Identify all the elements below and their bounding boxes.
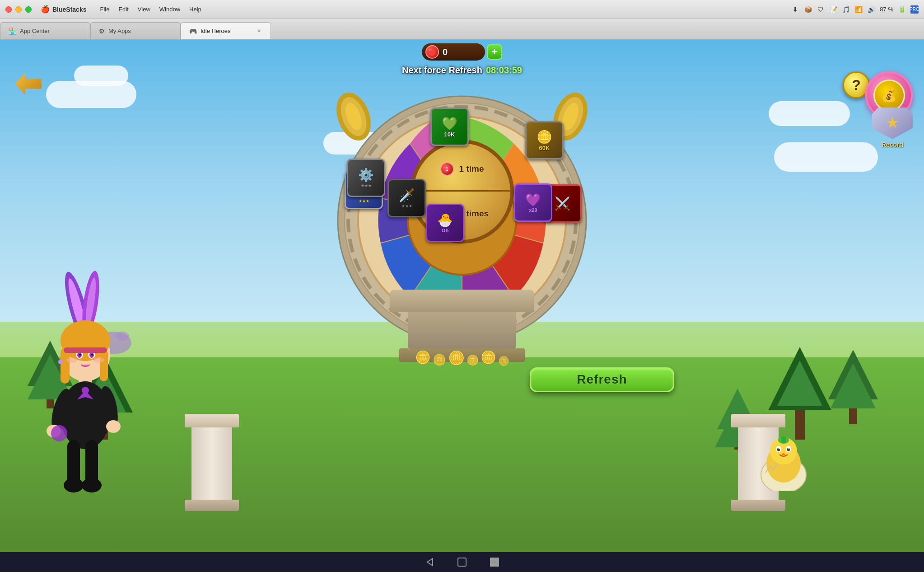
dropbox-icon: 📦 [804, 5, 812, 14]
currency-display: 🔴 0 [422, 43, 485, 61]
traffic-lights [5, 6, 32, 13]
svg-rect-68 [458, 558, 466, 566]
wheel-item-coin: 🪙 60K [525, 121, 566, 162]
spin-wheel[interactable]: 💚 10K 🪙 60K 🦸 x50 ★★★ [336, 94, 588, 290]
svg-point-27 [116, 332, 129, 341]
tab-app-center-label: App Center [20, 28, 50, 34]
item-oh-label: Oh [442, 228, 448, 233]
svg-rect-71 [490, 562, 495, 567]
tree-right-1 [828, 350, 878, 424]
battery-percent: 87 % [880, 6, 893, 13]
game-header: 🔴 0 + Next force Refresh 08:03:59 [402, 43, 522, 75]
wheel-item-hero-dark: 🗡️ ★★★ [387, 179, 428, 220]
svg-point-49 [106, 420, 121, 433]
wheel-item-green-gem: 💚 10K [430, 108, 471, 148]
svg-rect-31 [100, 350, 108, 381]
idle-heroes-icon: 🎮 [189, 28, 197, 35]
spin-1-button[interactable]: 1 1 time [414, 143, 510, 192]
wheel-pedestal: 🪙 🪙 🪙 🪙 🪙 🪙 [390, 290, 534, 362]
tab-app-center[interactable]: 🏪 App Center [0, 22, 90, 39]
svg-rect-41 [64, 347, 107, 353]
currency-value: 0 [443, 47, 448, 57]
back-button[interactable] [14, 71, 43, 98]
app-center-icon: 🏪 [9, 28, 16, 35]
android-recents-button[interactable] [487, 555, 502, 569]
coins-pile: 🪙 🪙 🪙 🪙 🪙 🪙 [415, 350, 509, 366]
svg-point-40 [58, 360, 63, 364]
coin-icon: 💰 [881, 88, 897, 103]
svg-point-36 [79, 354, 81, 356]
wheel-item-creature-purple: 🐣 Oh [426, 204, 467, 244]
svg-rect-69 [490, 558, 495, 562]
app-name: BlueStacks [52, 6, 86, 13]
menu-window[interactable]: Window [159, 6, 180, 13]
svg-rect-72 [495, 562, 499, 567]
apple-logo-icon: 🍎 [41, 5, 50, 14]
svg-point-63 [789, 448, 790, 449]
audio-icon: 🎵 [842, 5, 850, 14]
cloud-2 [74, 66, 128, 86]
android-back-button[interactable] [422, 555, 437, 569]
android-taskbar [0, 552, 924, 572]
currency-gem-icon: 🔴 [425, 45, 439, 59]
item-60k-label: 60K [539, 145, 550, 151]
spin-1-gem-icon: 1 [440, 162, 454, 176]
creature-egg [754, 432, 813, 491]
svg-rect-66 [781, 436, 786, 443]
wifi-icon: 📶 [854, 5, 863, 14]
menu-view[interactable]: View [138, 6, 150, 13]
item-x20-label: x20 [529, 207, 537, 213]
tab-my-apps-label: My Apps [108, 28, 131, 34]
my-apps-icon: ⚙ [99, 28, 105, 35]
refresh-button[interactable]: Refresh [530, 367, 674, 392]
tab-idle-heroes[interactable]: 🎮 Idle Heroes ✕ [181, 22, 271, 39]
refresh-timer: 08:03:59 [486, 65, 522, 75]
cloud-4 [774, 142, 878, 172]
tab-idle-heroes-label: Idle Heroes [201, 28, 230, 34]
svg-rect-70 [495, 558, 499, 562]
menu-edit[interactable]: Edit [118, 6, 128, 13]
download-icon: ⬇ [791, 5, 799, 14]
svg-point-62 [779, 448, 780, 449]
maximize-button[interactable] [25, 6, 32, 13]
coin-inner: 💰 [873, 80, 905, 111]
svg-point-38 [66, 357, 77, 363]
svg-point-54 [51, 425, 67, 441]
tabbar: 🏪 App Center ⚙ My Apps 🎮 Idle Heroes ✕ [0, 19, 924, 40]
game-area: ? 💰 ★ Record 🔴 0 + Next force Refresh [0, 40, 924, 552]
menu-file[interactable]: File [100, 6, 109, 13]
titlebar: 🍎 BlueStacks File Edit View Window Help … [0, 0, 924, 19]
wheel-item-gear-gray: ⚙️ ★★★ [347, 159, 387, 199]
menu-bar: File Edit View Window Help [100, 6, 201, 13]
menu-help[interactable]: Help [189, 6, 201, 13]
add-currency-button[interactable]: + [487, 44, 502, 60]
currency-bar: 🔴 0 + [422, 43, 502, 61]
record-button[interactable]: ★ Record [870, 108, 915, 148]
spin-1-label: 1 time [459, 164, 484, 174]
next-refresh-label: Next force Refresh [402, 65, 482, 75]
volume-icon: 🔊 [867, 5, 875, 14]
wheel-container: 💚 10K 🪙 60K 🦸 x50 ★★★ [322, 67, 602, 392]
svg-point-53 [82, 478, 102, 492]
minimize-button[interactable] [15, 6, 22, 13]
notes-icon: 📝 [829, 5, 837, 14]
svg-point-37 [91, 354, 93, 356]
refresh-button-label: Refresh [577, 372, 627, 387]
horn-left [331, 89, 372, 145]
question-mark-icon: ? [852, 77, 861, 94]
android-home-button[interactable] [455, 555, 469, 569]
item-10k-label: 10K [444, 131, 455, 138]
cloud-3 [769, 101, 850, 126]
tab-my-apps[interactable]: ⚙ My Apps [90, 22, 181, 39]
pedestal-mid [408, 312, 516, 348]
svg-point-45 [82, 387, 89, 394]
tab-close-icon[interactable]: ✕ [255, 28, 262, 35]
pedestal-top [390, 290, 534, 312]
refresh-timer-bar: Next force Refresh 08:03:59 [402, 65, 522, 75]
record-label: Record [882, 141, 903, 148]
character-bunny-girl [19, 253, 145, 501]
system-tray: ⬇ 📦 🛡 📝 🎵 📶 🔊 87 % 🔋 PRO [791, 5, 919, 14]
record-star-icon: ★ [886, 113, 899, 131]
close-button[interactable] [5, 6, 12, 13]
pro-icon: PRO [910, 5, 919, 14]
